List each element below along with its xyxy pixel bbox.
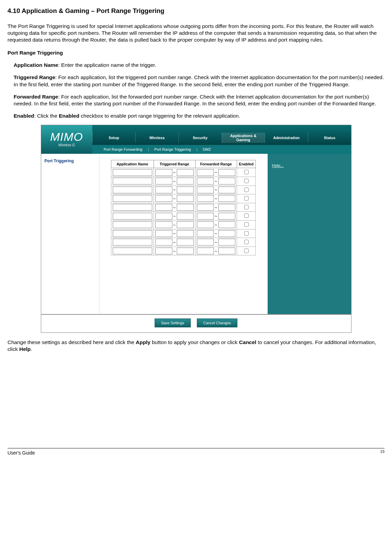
enabled-checkbox[interactable] [244,213,249,218]
triggered-start-input[interactable] [155,221,172,228]
triggered-start-input[interactable] [155,204,172,211]
triggered-start-input[interactable] [155,178,172,184]
forwarded-start-input[interactable] [197,248,214,254]
text-post: checkbox to enable port range triggering… [79,113,240,119]
help-link[interactable]: Help... [272,163,284,168]
triggered-end-input[interactable] [177,221,194,228]
b: Cancel [239,339,256,345]
forwarded-end-input[interactable] [218,178,235,184]
triggered-end-input[interactable] [177,187,194,193]
triggered-start-input[interactable] [155,248,172,254]
forwarded-end-input[interactable] [218,187,235,193]
forwarded-end-input[interactable] [218,239,235,246]
application-name-input[interactable] [113,239,152,246]
field-triggered-range: Triggered Range: For each application, l… [14,74,385,88]
application-name-input[interactable] [113,169,152,176]
triggered-start-input[interactable] [155,187,172,193]
enabled-checkbox[interactable] [244,196,249,201]
col-triggered-range: Triggered Range [154,160,195,168]
forwarded-start-input[interactable] [197,169,214,176]
forwarded-end-input[interactable] [218,248,235,254]
triggered-end-input[interactable] [177,239,194,246]
table-row: ~~ [111,168,256,177]
left-panel: Port Triggering [41,154,99,314]
range-separator: ~ [172,214,177,219]
save-settings-button[interactable]: Save Settings [155,318,191,327]
nav-tab-status[interactable]: Status [308,133,351,143]
nav-tab-security[interactable]: Security [178,133,222,143]
forwarded-start-input[interactable] [197,195,214,202]
application-name-input[interactable] [113,195,152,202]
forwarded-start-input[interactable] [197,187,214,193]
nav-tabs: SetupWirelessSecurityApplications & Gami… [92,133,351,143]
forwarded-end-input[interactable] [218,204,235,211]
range-separator: ~ [214,205,218,210]
label: Enabled [14,113,34,119]
trigger-table: Application NameTriggered RangeForwarded… [111,160,256,255]
t: button to apply your changes or click [151,339,239,345]
forwarded-start-input[interactable] [197,230,214,237]
triggered-end-input[interactable] [177,248,194,254]
forwarded-end-input[interactable] [218,221,235,228]
enabled-checkbox[interactable] [244,222,249,227]
application-name-input[interactable] [113,221,152,228]
subnav-port-range-forwarding[interactable]: Port Range Forwarding [102,147,145,152]
range-separator: ~ [172,179,177,184]
nav-tab-administration[interactable]: Administration [265,133,308,143]
router-header: MIMO Wireless G SetupWirelessSecurityApp… [41,125,351,154]
application-name-input[interactable] [113,204,152,211]
enabled-checkbox[interactable] [244,240,249,244]
subnav-port-range-triggering[interactable]: Port Range Triggering [152,147,193,152]
triggered-end-input[interactable] [177,195,194,202]
enabled-checkbox[interactable] [244,188,249,192]
enabled-checkbox[interactable] [244,249,249,253]
application-name-input[interactable] [113,213,152,220]
sub-heading: Port Range Triggering [7,49,385,56]
text: : For each application, list the forward… [14,94,376,106]
triggered-end-input[interactable] [177,230,194,237]
label: Application Name [14,62,58,68]
b: Help [19,346,31,352]
application-name-input[interactable] [113,248,152,254]
forwarded-end-input[interactable] [218,169,235,176]
table-row: ~~ [111,212,256,221]
center-panel: Application NameTriggered RangeForwarded… [99,154,268,314]
application-name-input[interactable] [113,187,152,193]
forwarded-end-input[interactable] [218,230,235,237]
triggered-start-input[interactable] [155,195,172,202]
enabled-checkbox[interactable] [244,205,249,209]
triggered-end-input[interactable] [177,169,194,176]
forwarded-start-input[interactable] [197,213,214,220]
triggered-start-input[interactable] [155,230,172,237]
cancel-changes-button[interactable]: Cancel Changes [197,318,237,327]
triggered-start-input[interactable] [155,239,172,246]
enabled-checkbox[interactable] [244,231,249,236]
enabled-checkbox[interactable] [244,170,249,174]
forwarded-start-input[interactable] [197,204,214,211]
triggered-end-input[interactable] [177,213,194,220]
range-separator: ~ [214,196,218,201]
application-name-input[interactable] [113,230,152,237]
application-name-input[interactable] [113,178,152,184]
range-separator: ~ [214,214,218,219]
range-separator: ~ [172,170,177,175]
triggered-end-input[interactable] [177,204,194,211]
range-separator: ~ [214,249,218,254]
subnav-dmz[interactable]: DMZ [201,147,213,152]
enabled-checkbox[interactable] [244,179,249,183]
nav-tab-applications-gaming[interactable]: Applications & Gaming [222,133,265,143]
sub-nav: Port Range Forwarding|Port Range Trigger… [92,145,351,154]
nav-tab-wireless[interactable]: Wireless [135,133,178,143]
forwarded-start-input[interactable] [197,178,214,184]
triggered-end-input[interactable] [177,178,194,184]
forwarded-end-input[interactable] [218,213,235,220]
logo-cell: MIMO Wireless G [41,125,92,154]
nav-tab-setup[interactable]: Setup [92,133,136,143]
router-body: Port Triggering Application NameTriggere… [41,154,351,314]
forwarded-start-input[interactable] [197,239,214,246]
triggered-start-input[interactable] [155,213,172,220]
right-panel: Help... [268,154,351,314]
forwarded-start-input[interactable] [197,221,214,228]
triggered-start-input[interactable] [155,169,172,176]
forwarded-end-input[interactable] [218,195,235,202]
